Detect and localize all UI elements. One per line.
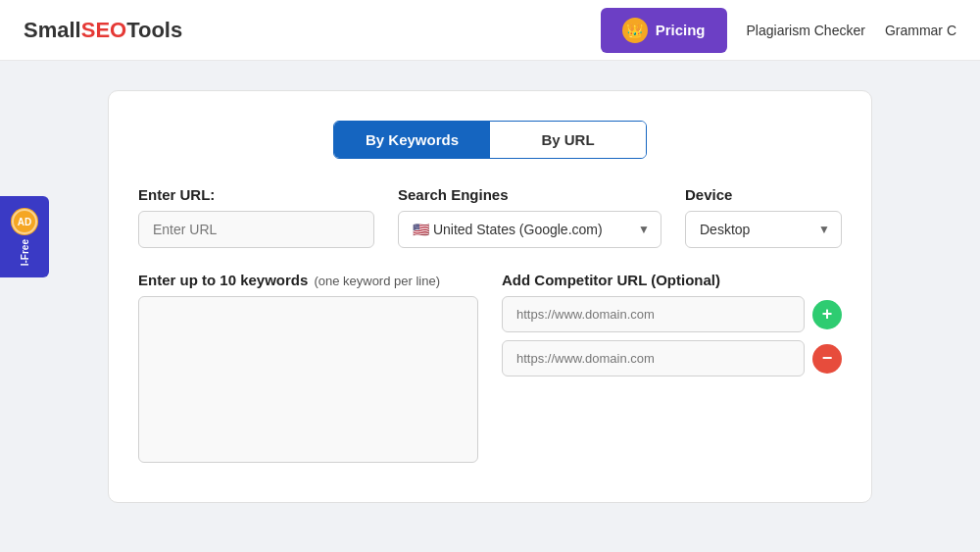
device-label: Device — [685, 186, 842, 203]
ad-sidebar[interactable]: AD I-Free — [0, 196, 49, 277]
url-input[interactable] — [138, 211, 374, 248]
search-engine-section: Search Engines 🇺🇸 United States (Google.… — [398, 186, 662, 248]
tab-by-url[interactable]: By URL — [490, 122, 646, 158]
pricing-label: Pricing — [656, 22, 706, 38]
keywords-label: Enter up to 10 keywords(one keyword per … — [138, 272, 478, 288]
ad-badge: AD — [11, 208, 38, 235]
competitor-label: Add Competitor URL (Optional) — [502, 272, 842, 288]
competitor-section: Add Competitor URL (Optional) + − — [502, 272, 842, 463]
ad-free-text: I-Free — [20, 239, 30, 266]
tabs-container: By Keywords By URL — [333, 121, 647, 159]
add-competitor-button[interactable]: + — [812, 300, 842, 329]
form-top-grid: Enter URL: Search Engines 🇺🇸 United Stat… — [138, 186, 842, 248]
main-content: By Keywords By URL Enter URL: Search Eng… — [0, 61, 980, 532]
header: SmallSEOTools 👑 Pricing Plagiarism Check… — [0, 0, 980, 61]
logo-tools-text: Tools — [126, 18, 182, 43]
logo-seo-text: SEO — [81, 18, 126, 43]
search-engine-label: Search Engines — [398, 186, 662, 203]
remove-competitor-button[interactable]: − — [812, 344, 842, 374]
device-select[interactable]: Desktop Mobile Tablet — [685, 211, 842, 248]
grammar-checker-link[interactable]: Grammar C — [885, 23, 956, 38]
search-engine-select[interactable]: 🇺🇸 United States (Google.com) 🇬🇧 United … — [398, 211, 662, 248]
crown-icon: 👑 — [622, 18, 648, 43]
pricing-button[interactable]: 👑 Pricing — [601, 8, 727, 53]
keywords-sub: (one keyword per line) — [314, 274, 440, 288]
keywords-section: Enter up to 10 keywords(one keyword per … — [138, 272, 478, 463]
competitor-row-2: − — [502, 340, 842, 376]
ad-badge-text: AD — [18, 217, 31, 227]
form-bottom-grid: Enter up to 10 keywords(one keyword per … — [138, 272, 842, 463]
search-engine-wrapper: 🇺🇸 United States (Google.com) 🇬🇧 United … — [398, 211, 662, 248]
logo-small-text: Small — [24, 18, 81, 43]
device-section: Device Desktop Mobile Tablet ▼ — [685, 186, 842, 248]
url-label: Enter URL: — [138, 186, 374, 203]
tab-by-keywords[interactable]: By Keywords — [334, 122, 490, 158]
device-wrapper: Desktop Mobile Tablet ▼ — [685, 211, 842, 248]
logo: SmallSEOTools — [24, 18, 182, 43]
competitor-input-2[interactable] — [502, 340, 805, 376]
plagiarism-checker-link[interactable]: Plagiarism Checker — [747, 23, 865, 38]
keywords-textarea[interactable] — [138, 296, 478, 463]
competitor-input-1[interactable] — [502, 296, 805, 332]
url-section: Enter URL: — [138, 186, 374, 248]
competitor-row-1: + — [502, 296, 842, 332]
main-card: By Keywords By URL Enter URL: Search Eng… — [108, 90, 872, 503]
header-nav: 👑 Pricing Plagiarism Checker Grammar C — [601, 8, 956, 53]
